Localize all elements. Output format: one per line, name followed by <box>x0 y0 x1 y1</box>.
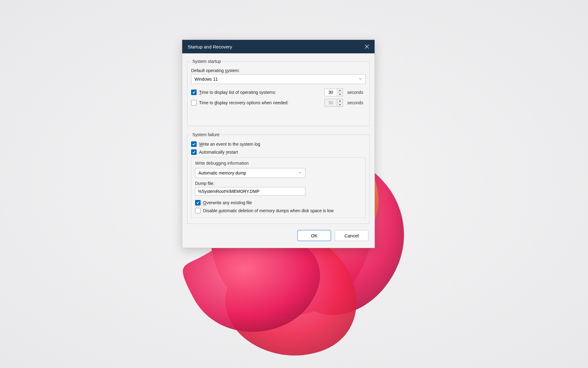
close-icon <box>365 44 369 49</box>
system-failure-group: System failure Write an event to the sys… <box>187 132 370 224</box>
dump-type-combo[interactable]: Automatic memory dump <box>195 168 305 178</box>
spinner-up-icon[interactable]: ▲ <box>337 89 343 92</box>
chevron-down-icon <box>359 77 362 82</box>
time-display-recovery-value[interactable] <box>324 99 337 107</box>
titlebar: Startup and Recovery <box>182 40 375 53</box>
spinner-down-icon[interactable]: ▼ <box>337 103 343 106</box>
write-debugging-group: Write debugging information Automatic me… <box>191 157 366 218</box>
system-startup-legend: System startup <box>191 59 222 64</box>
chevron-down-icon <box>298 171 302 175</box>
dump-file-input[interactable] <box>195 187 305 196</box>
dialog-title: Startup and Recovery <box>188 44 232 49</box>
time-display-recovery-checkbox[interactable] <box>191 100 197 105</box>
spinner-down-icon[interactable]: ▼ <box>337 92 343 96</box>
default-os-combo[interactable]: Windows 11 <box>191 74 366 84</box>
seconds-unit: seconds <box>347 100 366 105</box>
time-display-list-checkbox[interactable] <box>191 90 197 95</box>
spinner-up-icon[interactable]: ▲ <box>337 99 343 103</box>
ok-button[interactable]: OK <box>297 230 331 241</box>
overwrite-checkbox[interactable] <box>195 200 201 205</box>
close-button[interactable] <box>359 40 375 53</box>
cancel-button[interactable]: Cancel <box>335 230 368 241</box>
disable-auto-delete-label: Disable automatic deletion of memory dum… <box>203 208 362 213</box>
system-failure-legend: System failure <box>191 132 221 137</box>
time-display-list-value[interactable] <box>324 88 337 96</box>
overwrite-label: Overwrite any existing file <box>203 200 252 205</box>
startup-recovery-dialog: Startup and Recovery System startup Defa… <box>182 40 375 248</box>
dump-type-value: Automatic memory dump <box>198 171 246 175</box>
dump-file-label: Dump file: <box>195 181 362 186</box>
write-event-checkbox[interactable] <box>191 141 197 147</box>
seconds-unit: seconds <box>347 90 366 95</box>
time-display-list-label: Time to display list of operating system… <box>199 90 322 95</box>
time-display-recovery-spinner[interactable]: ▲ ▼ <box>324 99 343 107</box>
auto-restart-label: Automatically restart <box>199 150 238 155</box>
auto-restart-checkbox[interactable] <box>191 149 197 155</box>
time-display-list-spinner[interactable]: ▲ ▼ <box>324 88 343 96</box>
write-debugging-title: Write debugging information <box>195 161 362 166</box>
default-os-value: Windows 11 <box>194 77 218 82</box>
system-startup-group: System startup Default operating system:… <box>187 59 370 126</box>
time-display-recovery-label: Time to display recovery options when ne… <box>199 100 322 105</box>
write-event-label: Write an event to the system log <box>199 142 260 147</box>
default-os-label: Default operating system: <box>191 68 240 73</box>
disable-auto-delete-checkbox[interactable] <box>195 208 201 213</box>
